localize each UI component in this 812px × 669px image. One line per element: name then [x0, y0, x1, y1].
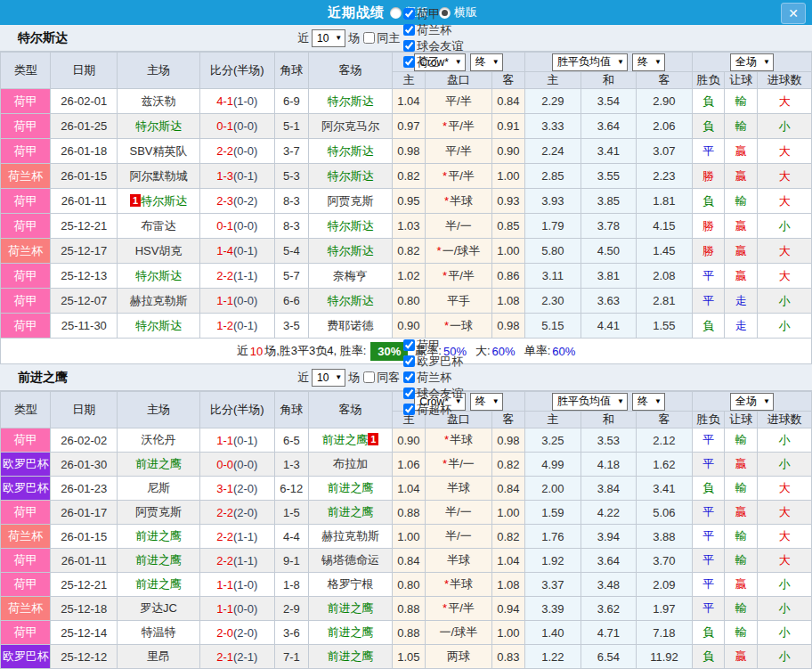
section-header: 前进之鹰 近 10 ▼ 场 同客 荷甲欧罗巴杯荷兰杯球会友谊荷超杯 [0, 364, 812, 391]
league-filter-option[interactable]: 球会友谊 [402, 386, 463, 402]
avg-home-cell: 3.33 [525, 114, 581, 139]
handicap-result-cell: 輸 [725, 525, 758, 549]
same-venue-checkbox[interactable] [363, 371, 375, 383]
league-checkbox[interactable] [403, 355, 415, 367]
odds-stage-select[interactable]: 终▼ [470, 393, 503, 411]
team-name: 尼斯 [147, 481, 170, 494]
same-venue-checkbox[interactable] [363, 32, 375, 44]
league-checkbox[interactable] [403, 40, 415, 52]
half-time-score: (0-0) [233, 144, 257, 158]
league-filter-option[interactable]: 荷兰杯 [402, 370, 463, 386]
handicap-result-cell: 輸 [725, 621, 758, 645]
league-filter-option[interactable]: 荷超杯 [402, 402, 463, 418]
home-odds-cell: 1.05 [392, 645, 425, 669]
match-row: 荷兰杯26-01-15阿尔默勒城1-3(0-1)5-3特尔斯达0.82*平/半1… [1, 164, 812, 189]
home-odds-cell: 0.88 [392, 597, 425, 621]
handicap-cell: 平/半 [426, 139, 492, 164]
league-filter-option[interactable]: 荷兰杯 [402, 22, 463, 38]
result-cell: 勝 [692, 164, 724, 189]
league-cell: 荷甲 [1, 189, 51, 214]
match-row: 荷甲25-12-13特尔斯达2-2(1-1)5-7奈梅亨1.02*平/半0.86… [1, 264, 812, 289]
league-checkbox[interactable] [403, 371, 415, 383]
match-date: 26-01-15 [51, 164, 118, 189]
away-odds-cell: 0.83 [491, 645, 524, 669]
avg-home-cell: 1.40 [525, 621, 581, 645]
league-checkbox[interactable] [403, 8, 415, 20]
league-filter-option[interactable]: 荷甲 [402, 6, 463, 22]
corner-cell: 3-6 [274, 621, 308, 645]
col-date: 日期 [51, 53, 118, 89]
league-filter-option[interactable]: 球会友谊 [402, 38, 463, 54]
chevron-down-icon: ▼ [763, 58, 770, 66]
avg-odds-select[interactable]: 胜平负均值▼ [552, 53, 628, 71]
avg-stage-select[interactable]: 终▼ [632, 393, 665, 411]
home-team-cell: 前进之鹰 [118, 549, 200, 573]
period-select[interactable]: 全场▼ [730, 393, 774, 411]
results-table: 类型 日期 主场 比分(半场) 角球 客场 Crow*▼ 终▼ 胜平负均值▼ 终… [0, 391, 812, 669]
result-cell: 平 [692, 597, 724, 621]
handicap-result-cell: 輸 [725, 428, 758, 453]
score-cell: 2-2(2-0) [199, 501, 274, 525]
league-cell: 欧罗巴杯 [1, 645, 51, 669]
corner-cell: 6-9 [274, 89, 308, 114]
chevron-down-icon: ▼ [335, 34, 342, 42]
team-name: 阿贾克斯 [327, 194, 373, 208]
match-date: 25-11-30 [51, 314, 118, 339]
away-odds-cell: 1.00 [491, 621, 524, 645]
vertical-layout-radio[interactable] [390, 7, 402, 19]
team-name: 费耶诺德 [327, 319, 373, 332]
odds-stage-select[interactable]: 终▼ [470, 53, 503, 71]
home-odds-cell: 0.95 [392, 189, 425, 214]
goals-result-cell: 大 [758, 264, 812, 289]
league-filter-option[interactable]: 荷甲 [402, 338, 463, 354]
col-avg-away: 客 [637, 412, 693, 428]
handicap-result-cell: 贏 [725, 214, 758, 239]
league-checkbox[interactable] [403, 388, 415, 399]
avg-stage-select[interactable]: 终▼ [632, 53, 665, 71]
same-venue-option[interactable]: 同主 [362, 30, 400, 46]
corner-cell: 5-3 [274, 164, 308, 189]
goals-result-cell: 大 [758, 477, 812, 501]
home-team-cell: 前进之鹰 [118, 525, 200, 549]
match-count-select[interactable]: 10 ▼ [312, 29, 345, 47]
avg-away-cell: 4.15 [637, 214, 693, 239]
away-odds-cell: 0.91 [491, 114, 524, 139]
avg-home-cell: 1.92 [525, 549, 581, 573]
corner-cell: 1-3 [274, 453, 308, 477]
home-odds-cell: 1.04 [392, 89, 425, 114]
rank-badge: 1 [368, 433, 378, 445]
col-corner: 角球 [274, 392, 308, 428]
match-date: 26-02-01 [51, 89, 118, 114]
corner-cell: 8-3 [274, 214, 308, 239]
match-date: 25-12-13 [51, 264, 118, 289]
league-filter-option[interactable]: 欧罗巴杯 [402, 354, 463, 370]
league-cell: 荷甲 [1, 264, 51, 289]
changed-odds-star: * [444, 319, 449, 332]
home-team-cell: 特温特 [118, 621, 200, 645]
score-cell: 2-2(1-1) [199, 264, 274, 289]
match-count-select[interactable]: 10 ▼ [312, 369, 345, 387]
result-cell: 平 [692, 264, 724, 289]
league-filter-option[interactable]: 荷乙 [402, 54, 463, 70]
team-name: 特尔斯达 [327, 219, 373, 233]
same-venue-option[interactable]: 同客 [362, 370, 400, 386]
near-label: 近 [297, 30, 309, 46]
avg-draw-cell: 3.41 [581, 139, 637, 164]
avg-home-cell: 4.99 [525, 453, 581, 477]
avg-draw-cell: 6.54 [581, 645, 637, 669]
half-time-score: (1-1) [233, 554, 257, 567]
avg-odds-select[interactable]: 胜平负均值▼ [552, 393, 628, 411]
close-icon[interactable]: ✕ [781, 3, 806, 24]
result-cell: 平 [692, 525, 724, 549]
league-checkbox[interactable] [403, 339, 415, 351]
league-checkbox[interactable] [403, 24, 415, 36]
league-checkbox[interactable] [403, 404, 415, 415]
half-time-score: (0-0) [233, 219, 257, 233]
handicap-cell: *一/球半 [426, 239, 492, 264]
avg-away-cell: 2.12 [637, 428, 693, 453]
league-checkbox[interactable] [403, 56, 415, 68]
period-select[interactable]: 全场▼ [730, 53, 774, 71]
handicap-cell: 半球 [426, 549, 492, 573]
team-name: 前进之鹰 [135, 457, 182, 470]
home-team-cell: 阿尔默勒城 [118, 164, 200, 189]
